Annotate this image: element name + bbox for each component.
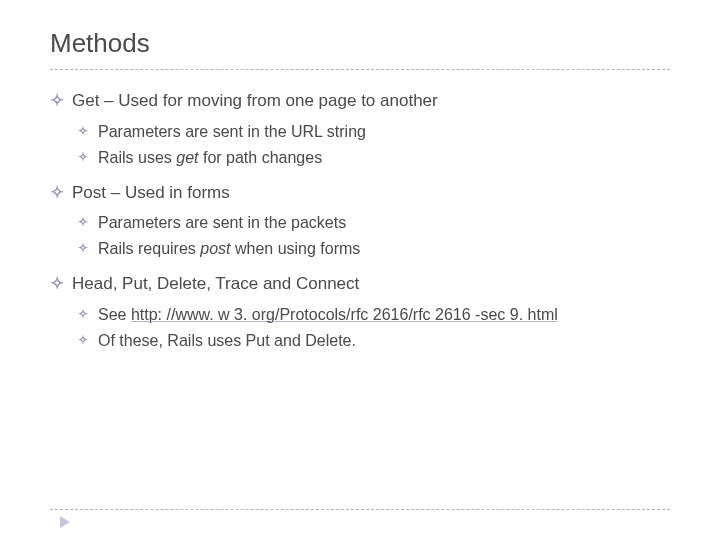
subitem-text: See http: //www. w 3. org/Protocols/rfc …: [98, 303, 670, 327]
sublist: ✧ Parameters are sent in the URL string …: [50, 120, 670, 170]
text-fragment: Rails requires: [98, 240, 200, 257]
bullet-icon: ✧: [50, 88, 72, 114]
bullet-icon: ✧: [78, 237, 98, 261]
list-item: ✧ Of these, Rails uses Put and Delete.: [78, 329, 670, 353]
list-item: ✧ Parameters are sent in the URL string: [78, 120, 670, 144]
list-item: ✧ Rails requires post when using forms: [78, 237, 670, 261]
list-item: ✧ Parameters are sent in the packets: [78, 211, 670, 235]
text-fragment: See: [98, 306, 131, 323]
list-item: ✧ Head, Put, Delete, Trace and Connect: [50, 271, 670, 297]
text-fragment: when using forms: [231, 240, 361, 257]
subitem-text: Parameters are sent in the URL string: [98, 120, 670, 144]
sublist: ✧ See http: //www. w 3. org/Protocols/rf…: [50, 303, 670, 353]
list-item: ✧ Get – Used for moving from one page to…: [50, 88, 670, 114]
text-fragment: for path changes: [199, 149, 323, 166]
list-item: ✧ Rails uses get for path changes: [78, 146, 670, 170]
subitem-text: Rails requires post when using forms: [98, 237, 670, 261]
slide-body: ✧ Get – Used for moving from one page to…: [50, 88, 670, 353]
divider: [50, 509, 670, 510]
subitem-text: Parameters are sent in the packets: [98, 211, 670, 235]
bullet-icon: ✧: [78, 120, 98, 144]
italic-text: get: [176, 149, 198, 166]
bullet-icon: ✧: [78, 146, 98, 170]
list-item: ✧ See http: //www. w 3. org/Protocols/rf…: [78, 303, 670, 327]
subitem-text: Of these, Rails uses Put and Delete.: [98, 329, 670, 353]
arrow-icon: [60, 516, 70, 528]
item-text: Post – Used in forms: [72, 180, 670, 206]
rfc-link[interactable]: http: //www. w 3. org/Protocols/rfc 2616…: [131, 306, 558, 323]
italic-text: post: [200, 240, 230, 257]
text-fragment: Rails uses: [98, 149, 176, 166]
item-text: Head, Put, Delete, Trace and Connect: [72, 271, 670, 297]
subitem-text: Rails uses get for path changes: [98, 146, 670, 170]
bullet-icon: ✧: [50, 271, 72, 297]
list-item: ✧ Post – Used in forms: [50, 180, 670, 206]
sublist: ✧ Parameters are sent in the packets ✧ R…: [50, 211, 670, 261]
item-text: Get – Used for moving from one page to a…: [72, 88, 670, 114]
bullet-icon: ✧: [78, 329, 98, 353]
bullet-icon: ✧: [78, 303, 98, 327]
bullet-icon: ✧: [50, 180, 72, 206]
bullet-icon: ✧: [78, 211, 98, 235]
slide-title: Methods: [50, 28, 670, 70]
